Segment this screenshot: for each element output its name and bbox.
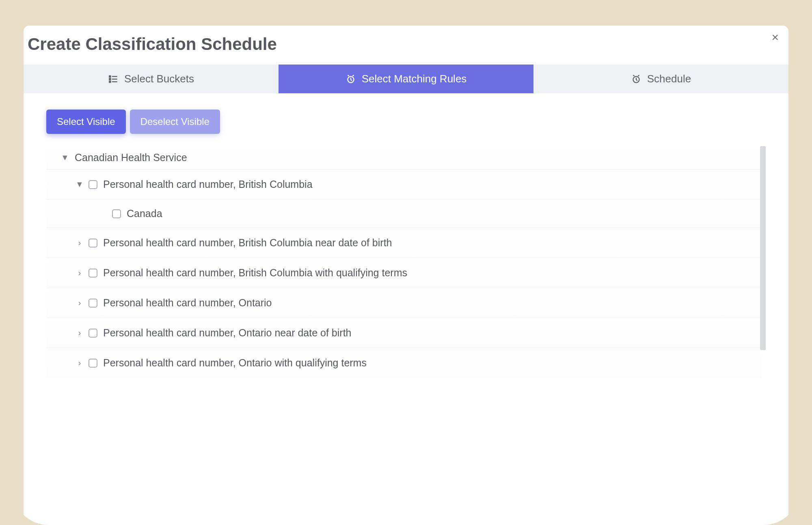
tree-item-checkbox[interactable] (89, 239, 97, 247)
chevron-right-icon[interactable]: › (76, 328, 84, 338)
select-visible-button[interactable]: Select Visible (46, 110, 126, 134)
chevron-right-icon[interactable]: › (76, 268, 84, 278)
svg-rect-3 (109, 75, 110, 77)
tree-item[interactable]: › Personal health card number, British C… (46, 258, 762, 288)
modal-title: Create Classification Schedule (24, 34, 788, 65)
tree-item-label: Personal health card number, Ontario (102, 297, 272, 309)
tree-item[interactable]: › Personal health card number, Ontario n… (46, 318, 762, 348)
svg-rect-5 (109, 81, 110, 82)
rules-tree: ▼ Canadian Health Service ▼ Personal hea… (46, 146, 766, 511)
chevron-down-icon[interactable]: ▼ (76, 180, 84, 189)
tree-wrap: ▼ Canadian Health Service ▼ Personal hea… (46, 146, 766, 511)
tab-select-buckets[interactable]: Select Buckets (24, 65, 279, 93)
chevron-right-icon[interactable]: › (76, 358, 84, 368)
tab-label: Schedule (647, 73, 691, 85)
close-button[interactable]: × (771, 31, 779, 43)
tree-item[interactable]: ▼ Personal health card number, British C… (46, 169, 762, 199)
deselect-visible-button[interactable]: Deselect Visible (130, 110, 220, 134)
tab-label: Select Buckets (124, 73, 194, 85)
tree-item-checkbox[interactable] (112, 209, 121, 218)
scrollbar[interactable] (760, 146, 766, 350)
close-icon: × (771, 30, 779, 44)
tree-item-checkbox[interactable] (89, 359, 97, 368)
tree-item-label: Personal health card number, British Col… (102, 267, 407, 279)
tree-item-label: Personal health card number, Ontario nea… (102, 327, 351, 339)
tree-item-checkbox[interactable] (89, 269, 97, 278)
svg-rect-4 (109, 78, 110, 80)
tree-group-label: Canadian Health Service (74, 152, 187, 164)
tree-item-label: Personal health card number, Ontario wit… (102, 357, 367, 369)
clock-icon (346, 74, 356, 84)
tree-item-checkbox[interactable] (89, 329, 97, 338)
chevron-right-icon[interactable]: › (76, 298, 84, 308)
button-row: Select Visible Deselect Visible (46, 110, 766, 134)
tree-item[interactable]: › Personal health card number, British C… (46, 228, 762, 258)
tab-select-matching-rules[interactable]: Select Matching Rules (279, 65, 533, 93)
tree-item-checkbox[interactable] (89, 180, 97, 189)
chevron-down-icon[interactable]: ▼ (61, 153, 69, 162)
tab-schedule[interactable]: Schedule (533, 65, 788, 93)
outer-frame: × Create Classification Schedule Select … (12, 14, 800, 525)
tree-item-label: Canada (126, 208, 162, 219)
content-area: Select Visible Deselect Visible ▼ Canadi… (24, 93, 788, 511)
list-icon (108, 74, 119, 84)
tree-item[interactable]: Canada (46, 199, 762, 228)
tree-item[interactable]: › Personal health card number, Ontario w… (46, 348, 762, 378)
clock-icon (631, 74, 641, 84)
create-classification-modal: × Create Classification Schedule Select … (24, 26, 788, 525)
tree-group[interactable]: ▼ Canadian Health Service (46, 146, 762, 169)
tab-label: Select Matching Rules (362, 73, 467, 85)
tree-item-checkbox[interactable] (89, 299, 97, 308)
wizard-tabs: Select Buckets Select Matching Rules Sch… (24, 65, 788, 93)
tree-item-label: Personal health card number, British Col… (102, 237, 392, 249)
tree-item-label: Personal health card number, British Col… (102, 179, 313, 190)
tree-item[interactable]: › Personal health card number, Ontario (46, 288, 762, 318)
chevron-right-icon[interactable]: › (76, 238, 84, 247)
